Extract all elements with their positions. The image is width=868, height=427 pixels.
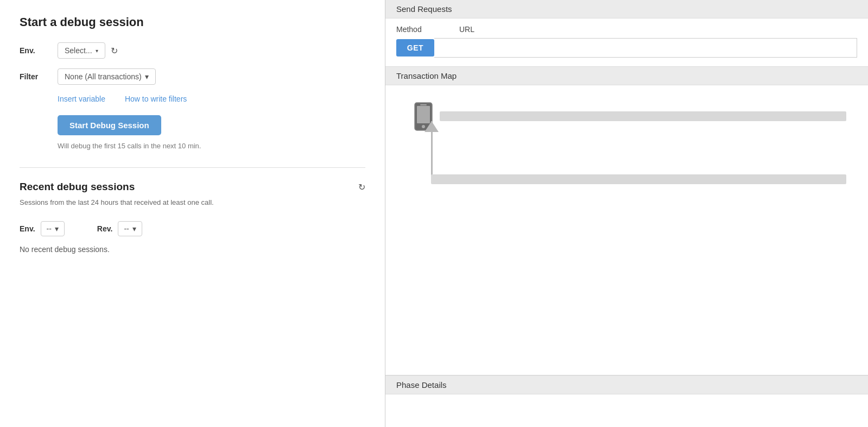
env-select[interactable]: Select... ▾ [58, 42, 105, 59]
url-label: URL [459, 25, 474, 34]
recent-rev-value: -- [124, 224, 129, 233]
recent-env-group: Env. -- ▾ [20, 221, 65, 236]
svg-rect-3 [420, 104, 427, 105]
recent-description: Sessions from the last 24 hours that rec… [20, 197, 365, 208]
filter-row: Filter None (All transactions) ▾ [20, 68, 365, 85]
transaction-diagram [396, 96, 857, 194]
recent-rev-chevron-icon: ▾ [132, 224, 136, 233]
filter-chevron-icon: ▾ [145, 72, 149, 81]
env-select-value: Select... [65, 46, 92, 55]
env-refresh-icon[interactable]: ↻ [111, 46, 118, 56]
recent-env-select[interactable]: -- ▾ [41, 221, 65, 236]
transaction-map-inner [385, 85, 868, 375]
recent-env-label: Env. [20, 224, 35, 233]
filter-select-value: None (All transactions) [65, 72, 142, 81]
how-to-write-filters-link[interactable]: How to write filters [125, 95, 187, 103]
env-chevron-icon: ▾ [96, 48, 98, 54]
filter-label: Filter [20, 72, 58, 81]
debug-info-text: Will debug the first 15 calls in the nex… [58, 142, 365, 150]
phase-details-header: Phase Details [385, 376, 868, 394]
section-divider [20, 167, 365, 168]
horizontal-bar [440, 111, 846, 121]
method-label: Method [396, 25, 429, 34]
get-method-button[interactable]: GET [396, 39, 434, 56]
arrow-bottom-bar [431, 174, 846, 184]
right-panel: Send Requests Method URL GET Transaction… [385, 0, 868, 427]
arrow-head-icon [425, 121, 439, 132]
start-debug-section: Start a debug session Env. Select... ▾ ↻… [20, 15, 365, 150]
send-requests-header: Send Requests [385, 0, 868, 18]
send-requests-inner: Method URL GET [385, 18, 868, 66]
env-row: Env. Select... ▾ ↻ [20, 42, 365, 59]
recent-filter-row: Env. -- ▾ Rev. -- ▾ [20, 221, 365, 236]
recent-rev-label: Rev. [97, 224, 113, 233]
send-requests-section: Send Requests Method URL GET [385, 0, 868, 67]
recent-env-value: -- [47, 224, 52, 233]
left-panel: Start a debug session Env. Select... ▾ ↻… [0, 0, 385, 427]
method-url-labels: Method URL [396, 25, 857, 34]
recent-debug-section: Recent debug sessions ↻ Sessions from th… [20, 181, 365, 254]
start-debug-button[interactable]: Start Debug Session [58, 115, 161, 135]
method-url-row: GET [396, 38, 857, 58]
start-debug-title: Start a debug session [20, 15, 365, 29]
recent-debug-header: Recent debug sessions ↻ [20, 181, 365, 193]
recent-debug-title: Recent debug sessions [20, 181, 135, 193]
transaction-map-section: Transaction Map [385, 67, 868, 375]
phase-details-inner [385, 394, 868, 427]
page-layout: Start a debug session Env. Select... ▾ ↻… [0, 0, 868, 427]
recent-refresh-icon[interactable]: ↻ [358, 182, 365, 192]
links-row: Insert variable How to write filters [58, 95, 365, 103]
no-sessions-text: No recent debug sessions. [20, 245, 365, 254]
transaction-map-header: Transaction Map [385, 67, 868, 85]
recent-rev-group: Rev. -- ▾ [97, 221, 142, 236]
recent-env-chevron-icon: ▾ [55, 224, 59, 233]
phase-details-section: Phase Details [385, 375, 868, 427]
filter-select[interactable]: None (All transactions) ▾ [58, 68, 156, 85]
env-label: Env. [20, 46, 58, 55]
url-input[interactable] [434, 38, 857, 58]
recent-rev-select[interactable]: -- ▾ [118, 221, 142, 236]
insert-variable-link[interactable]: Insert variable [58, 95, 105, 103]
